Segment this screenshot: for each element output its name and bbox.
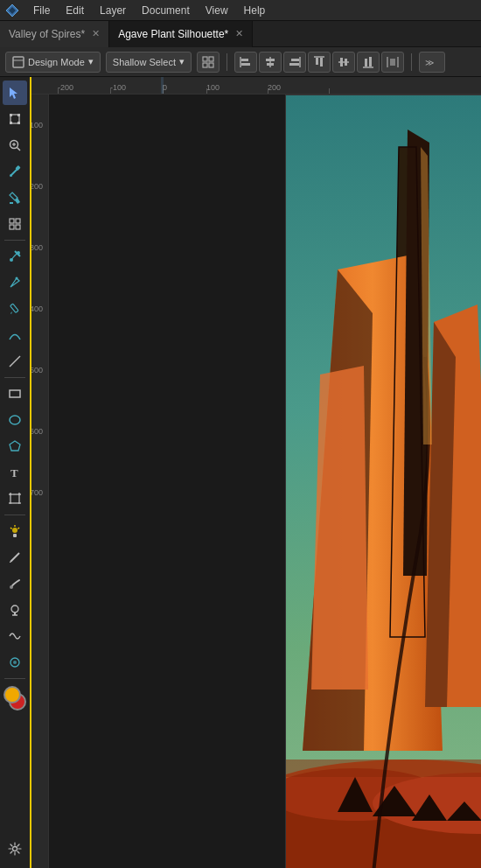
canvas-work-area[interactable] bbox=[49, 94, 481, 868]
shallow-select-label: Shallow Select bbox=[113, 57, 176, 67]
design-mode-chevron: ▾ bbox=[88, 56, 94, 67]
svg-text:≫: ≫ bbox=[425, 58, 434, 67]
svg-rect-6 bbox=[203, 63, 207, 67]
tab-bar: Valley of Spires* ✕ Agave Plant Silhouet… bbox=[0, 21, 481, 47]
svg-rect-33 bbox=[17, 114, 20, 116]
tool-stamp[interactable] bbox=[3, 598, 27, 622]
tool-line[interactable] bbox=[3, 349, 27, 374]
expand-button[interactable]: ≫ bbox=[419, 52, 445, 73]
svg-line-56 bbox=[10, 356, 20, 367]
tool-warp[interactable] bbox=[3, 624, 27, 648]
tab-valley-label: Valley of Spires* bbox=[9, 28, 85, 40]
svg-rect-35 bbox=[17, 122, 20, 124]
tool-polygon[interactable] bbox=[3, 434, 27, 458]
tool-pen[interactable] bbox=[3, 270, 27, 295]
menu-document[interactable]: Document bbox=[140, 4, 192, 17]
align-left-button[interactable] bbox=[234, 52, 257, 73]
tool-separator-2 bbox=[4, 377, 25, 378]
svg-marker-93 bbox=[311, 366, 368, 690]
svg-line-74 bbox=[10, 562, 10, 563]
svg-rect-16 bbox=[289, 63, 299, 66]
svg-rect-54 bbox=[10, 304, 18, 312]
align-middle-button[interactable] bbox=[332, 52, 355, 73]
distribute-button[interactable] bbox=[381, 52, 404, 73]
tab-agave[interactable]: Agave Plant Silhouette* ✕ bbox=[109, 21, 253, 47]
menu-help[interactable]: Help bbox=[242, 4, 268, 17]
tool-ellipse[interactable] bbox=[3, 408, 27, 432]
svg-rect-10 bbox=[241, 63, 250, 66]
tab-valley[interactable]: Valley of Spires* ✕ bbox=[0, 21, 109, 47]
grid-toggle-button[interactable] bbox=[197, 52, 220, 73]
align-right-button[interactable] bbox=[283, 52, 306, 73]
svg-rect-32 bbox=[10, 114, 12, 116]
tool-text[interactable]: T bbox=[3, 460, 27, 485]
align-bottom-button[interactable] bbox=[357, 52, 380, 73]
tool-fill[interactable] bbox=[3, 186, 27, 210]
svg-rect-57 bbox=[10, 390, 20, 397]
svg-marker-30 bbox=[10, 88, 17, 99]
tool-separator-3 bbox=[4, 514, 25, 515]
menu-file[interactable]: File bbox=[31, 4, 52, 17]
tool-transform[interactable] bbox=[3, 107, 27, 131]
tab-agave-close[interactable]: ✕ bbox=[235, 28, 243, 39]
tool-smudge[interactable] bbox=[3, 571, 27, 596]
svg-rect-28 bbox=[390, 59, 395, 66]
ruler-horizontal: -200 -100 0 100 200 bbox=[31, 77, 481, 94]
svg-point-53 bbox=[16, 277, 18, 280]
tool-grid[interactable] bbox=[3, 212, 27, 236]
svg-line-71 bbox=[10, 528, 12, 529]
tool-node[interactable] bbox=[3, 244, 27, 269]
tool-separator-4 bbox=[4, 678, 25, 679]
svg-point-80 bbox=[13, 661, 17, 664]
svg-line-70 bbox=[18, 528, 20, 529]
tool-settings[interactable] bbox=[3, 836, 27, 861]
svg-rect-46 bbox=[10, 219, 14, 223]
tool-curve[interactable] bbox=[3, 323, 27, 347]
align-center-h-button[interactable] bbox=[259, 52, 282, 73]
tool-artboard[interactable] bbox=[3, 486, 27, 511]
svg-rect-72 bbox=[13, 534, 17, 537]
svg-point-68 bbox=[12, 528, 17, 533]
svg-rect-34 bbox=[10, 122, 12, 124]
tool-liquid[interactable] bbox=[3, 650, 27, 675]
grid-icon bbox=[202, 56, 214, 68]
align-top-button[interactable] bbox=[308, 52, 331, 73]
svg-marker-44 bbox=[15, 198, 20, 204]
app-icon bbox=[5, 4, 19, 18]
tool-pointer[interactable] bbox=[3, 80, 27, 105]
main-area: T bbox=[0, 77, 481, 868]
color-stack bbox=[2, 686, 28, 712]
align-group bbox=[234, 52, 404, 73]
svg-rect-9 bbox=[241, 59, 248, 61]
tool-zoom[interactable] bbox=[3, 133, 27, 158]
svg-text:T: T bbox=[10, 466, 18, 480]
toolbar: Design Mode ▾ Shallow Select ▾ bbox=[0, 47, 481, 77]
shallow-select-button[interactable]: Shallow Select ▾ bbox=[106, 52, 192, 73]
tool-eyedropper[interactable] bbox=[3, 159, 27, 184]
svg-marker-55 bbox=[10, 312, 12, 314]
design-mode-label: Design Mode bbox=[28, 57, 85, 67]
svg-rect-12 bbox=[266, 59, 275, 61]
canvas-container: -200 -100 0 100 200 100 200 300 bbox=[31, 77, 481, 868]
menu-edit[interactable]: Edit bbox=[64, 4, 86, 17]
svg-rect-25 bbox=[369, 57, 372, 66]
menu-bar: File Edit Layer Document View Help bbox=[0, 0, 481, 21]
tab-valley-close[interactable]: ✕ bbox=[92, 28, 100, 39]
menu-view[interactable]: View bbox=[204, 4, 230, 17]
svg-point-41 bbox=[10, 174, 12, 177]
tool-light[interactable] bbox=[3, 519, 27, 543]
design-mode-button[interactable]: Design Mode ▾ bbox=[5, 52, 101, 73]
toolbar-separator-1 bbox=[227, 53, 227, 71]
svg-rect-24 bbox=[365, 59, 367, 66]
svg-point-76 bbox=[11, 606, 18, 612]
tool-pencil[interactable] bbox=[3, 297, 27, 321]
svg-rect-15 bbox=[291, 59, 299, 61]
tool-rect[interactable] bbox=[3, 382, 27, 406]
svg-line-40 bbox=[11, 169, 17, 175]
tab-agave-label: Agave Plant Silhouette* bbox=[118, 28, 228, 40]
foreground-color-swatch[interactable] bbox=[3, 686, 21, 704]
menu-layer[interactable]: Layer bbox=[98, 4, 128, 17]
tool-knife[interactable] bbox=[3, 545, 27, 570]
svg-rect-4 bbox=[203, 57, 207, 61]
artwork-canvas bbox=[285, 94, 481, 868]
